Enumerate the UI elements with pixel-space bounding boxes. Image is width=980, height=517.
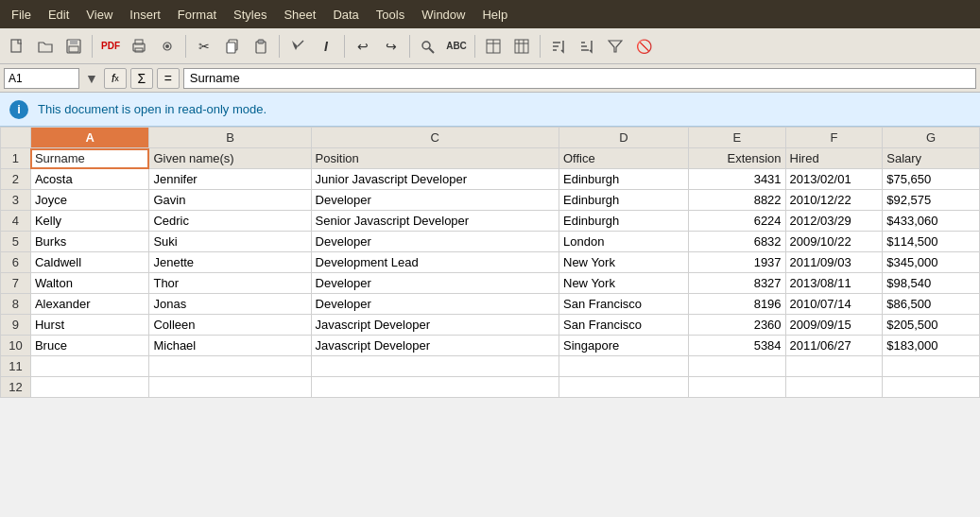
row-number[interactable]: 12 xyxy=(1,377,31,398)
menu-format[interactable]: Format xyxy=(170,4,224,26)
format-paint-button[interactable] xyxy=(284,33,311,60)
cell[interactable]: 2010/12/22 xyxy=(785,190,883,211)
cell[interactable]: $75,650 xyxy=(883,169,980,190)
cell[interactable]: Jennifer xyxy=(149,169,311,190)
menu-help[interactable]: Help xyxy=(474,4,515,26)
filter-button[interactable] xyxy=(602,33,628,60)
cell[interactable]: 6224 xyxy=(688,211,785,232)
cell[interactable] xyxy=(559,377,689,398)
cell[interactable]: Office xyxy=(559,148,689,169)
col-header-G[interactable]: G xyxy=(883,128,980,148)
cell[interactable]: Javascript Developer xyxy=(311,315,559,336)
cell[interactable]: Javascript Developer xyxy=(311,336,559,356)
cell[interactable]: Kelly xyxy=(30,211,149,232)
cell[interactable] xyxy=(30,356,149,377)
row-number[interactable]: 8 xyxy=(1,294,31,315)
cell[interactable]: Hired xyxy=(785,148,883,169)
preview-button[interactable] xyxy=(154,33,181,60)
cell[interactable]: Edinburgh xyxy=(559,190,689,211)
italic-button[interactable]: I xyxy=(313,33,339,60)
new-button[interactable] xyxy=(4,33,30,60)
sort-asc-button[interactable] xyxy=(545,33,572,60)
cell[interactable]: $205,500 xyxy=(883,315,980,336)
cell[interactable]: 6832 xyxy=(688,232,785,252)
row-number[interactable]: 5 xyxy=(1,232,31,252)
cell[interactable]: Salary xyxy=(883,148,980,169)
cell[interactable] xyxy=(30,377,149,398)
cell[interactable]: Developer xyxy=(311,190,559,211)
cell[interactable]: Caldwell xyxy=(30,252,149,273)
cell[interactable]: Junior Javascript Developer xyxy=(311,169,559,190)
cell[interactable]: 2011/09/03 xyxy=(785,252,883,273)
cell[interactable]: Jenette xyxy=(149,252,311,273)
cell[interactable]: Edinburgh xyxy=(559,211,689,232)
cell[interactable] xyxy=(311,377,559,398)
cell[interactable]: $114,500 xyxy=(883,232,980,252)
cell[interactable]: 8196 xyxy=(688,294,785,315)
cell[interactable] xyxy=(149,377,311,398)
formula-input[interactable] xyxy=(183,68,976,89)
undo-button[interactable]: ↩ xyxy=(350,33,376,60)
cell[interactable]: San Francisco xyxy=(559,315,689,336)
redo-button[interactable]: ↪ xyxy=(378,33,404,60)
copy-button[interactable] xyxy=(219,33,246,60)
cell[interactable]: New York xyxy=(559,273,689,294)
cell[interactable]: 2009/09/15 xyxy=(785,315,883,336)
cell[interactable]: Walton xyxy=(30,273,149,294)
row-number[interactable]: 7 xyxy=(1,273,31,294)
cell[interactable]: 2013/02/01 xyxy=(785,169,883,190)
cell[interactable] xyxy=(883,377,980,398)
cell[interactable]: $183,000 xyxy=(883,336,980,356)
cell[interactable] xyxy=(688,377,785,398)
cell[interactable] xyxy=(559,356,689,377)
cell[interactable]: 2360 xyxy=(688,315,785,336)
cell[interactable]: Extension xyxy=(688,148,785,169)
cell[interactable] xyxy=(688,356,785,377)
table2-button[interactable] xyxy=(508,33,535,60)
cell[interactable]: 3431 xyxy=(688,169,785,190)
cell[interactable]: 2012/03/29 xyxy=(785,211,883,232)
spellcheck-button[interactable]: ABC xyxy=(443,33,470,60)
cell[interactable]: Michael xyxy=(149,336,311,356)
cell[interactable]: Jonas xyxy=(149,294,311,315)
cell[interactable]: Alexander xyxy=(30,294,149,315)
find-button[interactable] xyxy=(415,33,441,60)
col-header-F[interactable]: F xyxy=(785,128,883,148)
cell[interactable] xyxy=(883,356,980,377)
cell[interactable]: Position xyxy=(311,148,559,169)
row-number[interactable]: 6 xyxy=(1,252,31,273)
col-header-A[interactable]: A xyxy=(30,128,149,148)
col-header-E[interactable]: E xyxy=(688,128,785,148)
cell[interactable]: $345,000 xyxy=(883,252,980,273)
cell[interactable]: 2009/10/22 xyxy=(785,232,883,252)
cell[interactable]: Given name(s) xyxy=(149,148,311,169)
cell[interactable]: Development Lead xyxy=(311,252,559,273)
cell[interactable] xyxy=(785,377,883,398)
equals-button[interactable]: = xyxy=(157,68,180,89)
cell[interactable]: 2011/06/27 xyxy=(785,336,883,356)
cell[interactable]: 2010/07/14 xyxy=(785,294,883,315)
cell[interactable]: Suki xyxy=(149,232,311,252)
cell[interactable]: New York xyxy=(559,252,689,273)
cell[interactable]: San Francisco xyxy=(559,294,689,315)
cut-button[interactable]: ✂ xyxy=(191,33,217,60)
cell[interactable]: London xyxy=(559,232,689,252)
cell[interactable]: Surname xyxy=(30,148,149,169)
cell[interactable]: 1937 xyxy=(688,252,785,273)
cell[interactable]: $92,575 xyxy=(883,190,980,211)
cell[interactable]: Gavin xyxy=(149,190,311,211)
cell[interactable]: Acosta xyxy=(30,169,149,190)
dropdown-arrow-icon[interactable]: ▼ xyxy=(85,71,98,86)
cell[interactable]: $433,060 xyxy=(883,211,980,232)
cell[interactable]: Senior Javascript Developer xyxy=(311,211,559,232)
cell[interactable]: Burks xyxy=(30,232,149,252)
cell[interactable]: 8822 xyxy=(688,190,785,211)
sum-button[interactable]: Σ xyxy=(130,68,153,89)
table-button[interactable] xyxy=(480,33,507,60)
disable-button[interactable]: 🚫 xyxy=(630,33,657,60)
function-wizard-button[interactable]: fx xyxy=(104,68,127,89)
menu-file[interactable]: File xyxy=(4,4,39,26)
col-header-D[interactable]: D xyxy=(559,128,689,148)
cell[interactable]: Colleen xyxy=(149,315,311,336)
row-number[interactable]: 4 xyxy=(1,211,31,232)
